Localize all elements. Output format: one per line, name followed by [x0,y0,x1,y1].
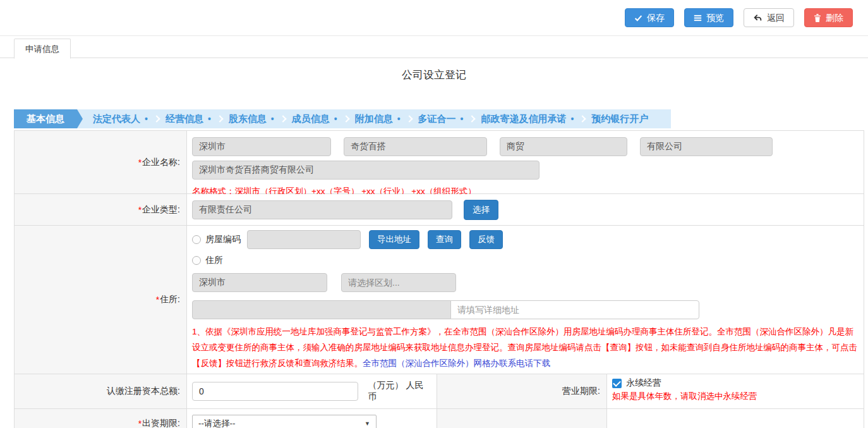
step-basic-info-label: 基本信息 [27,113,64,124]
required-mark: * [138,157,142,168]
step-shareholder-info[interactable]: 股东信息 • [223,113,280,125]
check-icon [634,14,642,22]
company-type-input[interactable] [192,200,452,219]
step-label: 股东信息 [229,113,267,125]
street-input[interactable] [192,300,451,319]
back-arrow-icon [753,14,763,22]
chevron-separator-icon [279,115,286,122]
step-label: 经营信息 [166,113,203,125]
step-additional-info[interactable]: 附加信息 • [349,113,406,125]
business-term-note: 如果是具体年数，请取消选中永续经营 [612,390,859,403]
house-code-input[interactable] [247,230,361,249]
grid-office-phone-link[interactable]: 全市范围（深汕合作区除外）网格办联系电话下载 [363,358,550,368]
district-select[interactable] [341,273,456,292]
full-name-input[interactable] [192,161,539,180]
chevron-separator-icon [342,115,349,122]
step-bullet-icon: • [334,114,337,124]
contribution-term-row: * 出资期限: --请选择-- ▼ [15,409,864,428]
house-code-radio-label: 房屋编码 [205,234,241,245]
tab-application-info[interactable]: 申请信息 [14,39,71,59]
list-icon [694,14,702,22]
address-row: * 住所: 房屋编码 导出地址 查询 反馈 住所 [15,226,864,374]
org-form-input[interactable] [640,137,773,156]
contribution-term-label: * 出资期限: [15,409,187,428]
step-label: 预约银行开户 [591,113,648,125]
step-bank-appointment[interactable]: 预约银行开户 [586,113,654,125]
feedback-button[interactable]: 反馈 [469,230,503,249]
top-toolbar: 保存 预览 返回 删除 [0,0,868,36]
delete-button[interactable]: 删除 [804,8,853,27]
back-button-label: 返回 [767,13,785,22]
region-input[interactable] [192,137,331,156]
save-button[interactable]: 保存 [625,8,674,27]
industry-input[interactable] [500,137,627,156]
export-address-button[interactable]: 导出地址 [369,230,419,249]
step-label: 成员信息 [292,113,330,125]
chevron-separator-icon [216,115,223,122]
empty-content-cell [607,409,864,428]
step-postal-credit[interactable]: 邮政寄递及信用承诺 • [475,113,579,125]
step-bullet-icon: • [271,114,274,124]
perpetual-checkbox-label: 永续经营 [626,377,661,389]
preview-button[interactable]: 预览 [684,8,733,27]
perpetual-checkbox[interactable] [612,379,622,388]
registered-capital-label: 认缴注册资本总额: [15,374,187,408]
trade-name-input[interactable] [344,137,487,156]
preview-button-label: 预览 [706,13,724,22]
house-code-radio[interactable] [192,235,201,244]
step-bullet-icon: • [145,114,148,124]
step-legal-representative[interactable]: 法定代表人 • [87,113,154,125]
detail-address-input[interactable] [450,300,699,319]
company-type-row: * 企业类型: 选择 [15,194,864,226]
residence-radio-label: 住所 [205,255,223,266]
select-type-button[interactable]: 选择 [464,200,498,220]
residence-radio[interactable] [192,256,201,265]
step-basic-info[interactable]: 基本信息 [14,109,77,128]
step-bullet-icon: • [570,114,574,124]
required-mark: * [138,205,142,215]
empty-label-cell [437,409,607,428]
chevron-separator-icon [153,115,160,122]
required-mark: * [138,419,142,428]
basic-info-form: * 企业名称: 名称格式：深圳市（行政区划）+xx（字号） +xx（行业） +x… [14,130,864,428]
step-member-info[interactable]: 成员信息 • [286,113,343,125]
tab-application-info-label: 申请信息 [25,44,59,54]
capital-unit: （万元） 人民币 [368,380,431,403]
address-note-1: 1、依据《深圳市应用统一地址库加强商事登记与监管工作方案》，在全市范围（深汕合作… [192,324,859,371]
required-mark: * [156,295,159,305]
contribution-term-select[interactable]: --请选择-- ▼ [192,415,377,428]
company-name-row: * 企业名称: 名称格式：深圳市（行政区划）+xx（字号） +xx（行业） +x… [15,131,864,194]
company-name-label: * 企业名称: [15,131,187,193]
step-multi-cert[interactable]: 多证合一 • [413,113,469,125]
tab-bar: 申请信息 [0,36,868,58]
business-term-label: 营业期限: [437,374,607,408]
city-input[interactable] [192,273,327,292]
step-wizard: 基本信息 法定代表人 • 经营信息 • 股东信息 • 成员信息 • 附加信息 •… [14,109,671,128]
step-label: 附加信息 [355,113,393,125]
step-bullet-icon: • [208,114,211,124]
address-label: * 住所: [15,226,187,374]
step-bullet-icon: • [461,114,464,124]
step-bullet-icon: • [397,114,401,124]
step-label: 法定代表人 [93,113,140,125]
page-title: 公司设立登记 [0,68,868,82]
step-business-info[interactable]: 经营信息 • [160,113,217,125]
company-type-label: * 企业类型: [15,194,187,225]
save-button-label: 保存 [647,13,665,22]
delete-button-label: 删除 [826,13,843,22]
dropdown-arrow-icon: ▼ [365,420,370,427]
chevron-separator-icon [406,115,413,122]
chevron-separator-icon [579,115,586,122]
capital-term-row: 认缴注册资本总额: （万元） 人民币 营业期限: 永续经营 如果是具体年数，请取… [15,374,864,409]
trash-icon [814,14,821,22]
step-label: 多证合一 [418,113,456,125]
capital-input[interactable] [192,382,358,401]
chevron-separator-icon [469,115,476,122]
query-button[interactable]: 查询 [428,230,461,249]
back-button[interactable]: 返回 [744,8,794,27]
step-label: 邮政寄递及信用承诺 [481,113,566,125]
